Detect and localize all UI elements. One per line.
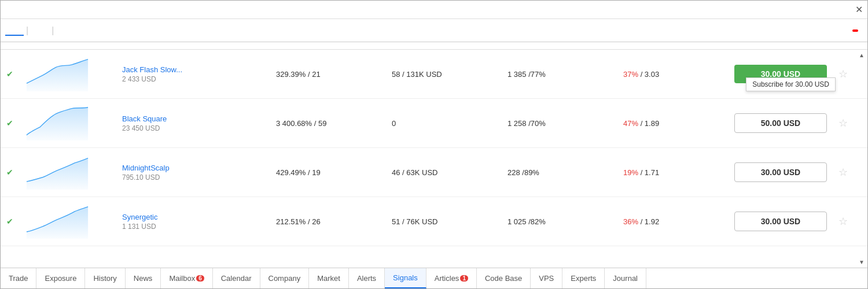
bottom-tab-calendar[interactable]: Calendar [213,268,260,288]
title-bar: ✕ [1,1,867,19]
favorite-star-button[interactable]: ☆ [838,166,848,179]
scroll-down-arrow[interactable]: ▼ [857,259,866,265]
scroll-up-arrow[interactable]: ▲ [857,52,866,58]
tab-badge: 6 [196,275,204,281]
signal-info: MidnightScalp 795.10 USD [122,164,271,181]
bottom-tab-news[interactable]: News [126,268,161,288]
signal-equity: 23 450 USD [122,124,271,132]
price-button[interactable]: 50.00 USD [734,113,827,133]
signal-name[interactable]: Black Square [122,114,271,123]
tab-separator2: | [52,25,54,36]
tab-my-statistics[interactable] [56,25,75,36]
favorite-star-button[interactable]: ☆ [838,117,848,129]
subscribed-check-icon: ✔ [6,118,13,128]
price-btn-cell: 50.00 USD [734,113,838,133]
favorite-star-button[interactable]: ☆ [838,215,848,228]
signal-list: ✔ Jack Flash Slow... 2 433 USD 329.39% /… [1,50,867,268]
subscribed-check-icon: ✔ [6,69,13,79]
signal-info: Synergetic 1 131 USD [122,213,271,231]
tab-badge: 1 [460,275,468,281]
signal-name[interactable]: Jack Flash Slow... [122,65,271,74]
close-button[interactable]: ✕ [855,4,863,15]
scroll-arrows: ▲ ▼ [857,50,866,268]
price-button[interactable]: 30.00 USD [734,162,827,182]
price-btn-cell: 30.00 USD [734,212,838,231]
table-header [1,42,867,50]
price-button[interactable]: 30.00 USD [734,212,827,231]
subscribers-funds-cell: 46 / 63K USD [387,168,503,177]
signal-equity: 1 131 USD [122,223,271,231]
chart-cell: ✔ [6,57,116,91]
signal-equity: 795.10 USD [122,173,271,181]
max-dd-value: 36% [623,217,638,226]
max-dd-pf-cell: 36% / 1.92 [619,217,734,226]
chart-cell: ✔ [6,155,116,190]
bottom-tab-trade[interactable]: Trade [1,268,36,288]
signal-row: ✔ Jack Flash Slow... 2 433 USD 329.39% /… [1,50,867,99]
bottom-tab-company[interactable]: Company [260,268,310,288]
chart-cell: ✔ [6,204,116,239]
bottom-tab-articles[interactable]: Articles1 [426,268,477,288]
trades-win-cell: 1 258 /70% [503,119,619,128]
subscribers-funds-cell: 0 [387,119,503,128]
signal-name[interactable]: MidnightScalp [122,164,271,172]
mini-chart [17,155,98,190]
subscribed-check-icon: ✔ [6,168,13,177]
trades-win-cell: 1 025 /82% [503,217,619,226]
growth-weeks-cell: 212.51% / 26 [271,217,387,226]
price-btn-cell: 30.00 USD [734,162,838,182]
signal-row: ✔ MidnightScalp 795.10 USD 429.49% / 19 … [1,148,867,197]
tab-main[interactable] [5,25,24,36]
bottom-tab-bar: TradeExposureHistoryNewsMailbox6Calendar… [1,268,867,288]
bottom-tab-vps[interactable]: VPS [531,268,562,288]
subscribe-tooltip: Subscribe for 30.00 USD [746,77,836,91]
tab-separator: | [26,25,28,36]
favorite-star-button[interactable]: ☆ [838,68,848,80]
bottom-tab-history[interactable]: History [85,268,125,288]
chart-cell: ✔ [6,106,116,140]
tab-bar-right [852,29,863,32]
bottom-tab-experts[interactable]: Experts [562,268,605,288]
mini-chart [17,57,98,91]
signal-row: ✔ Black Square 23 450 USD 3 400.68% / 59… [1,99,867,148]
mini-chart [17,204,98,239]
max-dd-pf-cell: 47% / 1.89 [619,119,734,128]
signal-info: Jack Flash Slow... 2 433 USD [122,65,271,83]
subscribers-funds-cell: 58 / 131K USD [387,70,503,79]
toolbox-window: ✕ | | ✔ [0,0,868,289]
signal-name[interactable]: Synergetic [122,213,271,221]
mini-chart [17,106,98,140]
signal-row: ✔ Synergetic 1 131 USD 212.51% / 26 51 /… [1,197,867,246]
max-dd-pf-cell: 37% / 3.03 [619,70,734,79]
bottom-tab-exposure[interactable]: Exposure [36,268,85,288]
main-tab-bar: | | [1,19,867,42]
bottom-tab-market[interactable]: Market [309,268,349,288]
bottom-tab-mailbox[interactable]: Mailbox6 [161,268,212,288]
signal-info: Black Square 23 450 USD [122,114,271,132]
bottom-tab-journal[interactable]: Journal [605,268,646,288]
max-dd-value: 37% [623,70,638,79]
max-dd-pf-cell: 19% / 1.71 [619,168,734,177]
max-dd-value: 19% [623,168,638,177]
trades-win-cell: 228 /89% [503,168,619,177]
tab-favorites[interactable] [31,25,49,36]
trades-win-cell: 1 385 /77% [503,70,619,79]
subscribed-check-icon: ✔ [6,217,13,226]
signal-equity: 2 433 USD [122,75,271,83]
bottom-tab-alerts[interactable]: Alerts [349,268,385,288]
growth-weeks-cell: 3 400.68% / 59 [271,119,387,128]
bottom-tab-code-base[interactable]: Code Base [477,268,531,288]
bottom-tab-signals[interactable]: Signals [385,268,426,288]
subscribers-funds-cell: 51 / 76K USD [387,217,503,226]
max-dd-value: 47% [623,119,638,128]
growth-weeks-cell: 429.49% / 19 [271,168,387,177]
youtube-icon [852,29,858,32]
growth-weeks-cell: 329.39% / 21 [271,70,387,79]
